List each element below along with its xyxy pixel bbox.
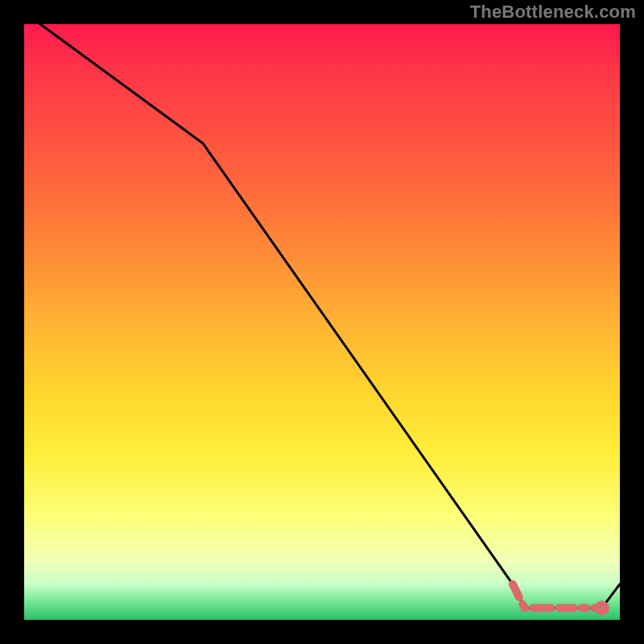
optimal-marker-dot [595,601,609,615]
bottleneck-curve-line [24,12,620,608]
optimal-band-line [513,584,602,609]
chart-frame: TheBottleneck.com [0,0,644,644]
chart-svg [24,24,620,620]
plot-area [24,24,620,620]
watermark-text: TheBottleneck.com [470,2,636,23]
